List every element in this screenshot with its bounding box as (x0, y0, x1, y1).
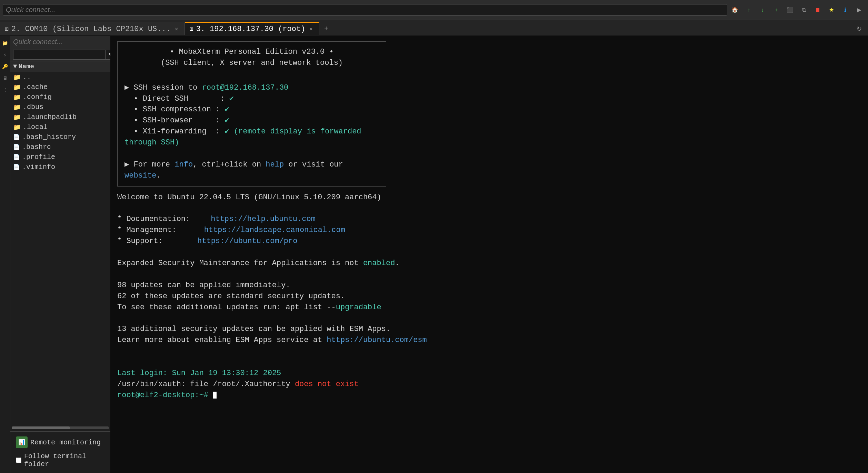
list-item[interactable]: 📁 .dbus (10, 102, 110, 112)
sidebar-quick-connect[interactable] (13, 38, 108, 46)
mgmt-url[interactable]: https://landscape.canonical.com (204, 226, 345, 234)
sidebar-header (10, 36, 110, 48)
esm-url[interactable]: https://ubuntu.com/esm (327, 336, 427, 344)
esm-apps-line1: 13 additional security updates can be ap… (117, 324, 861, 335)
last-login-line: Last login: Sun Jan 19 13:30:12 2025 (117, 368, 861, 379)
support-line: * Support:https://ubuntu.com/pro (117, 236, 861, 247)
tab-com10-icon: ⊞ (5, 25, 9, 33)
updates-line2: 62 of these updates are standard securit… (117, 291, 861, 302)
list-item[interactable]: 📁 .local (10, 122, 110, 132)
left-icon-macros[interactable]: ⚡ (1, 50, 10, 59)
folder-icon: 📁 (13, 83, 21, 91)
remote-monitoring-label: Remote monitoring (30, 439, 101, 446)
welcome-title-text: • MobaXterm Personal Edition v23.0 • (170, 48, 333, 56)
list-item[interactable]: 📄 .profile (10, 152, 110, 162)
remote-monitoring-icon: 📊 (16, 436, 28, 448)
folder-icon: 📁 (13, 113, 21, 121)
toolbar-btn-stop[interactable]: ⏹ (811, 4, 824, 16)
ssh-browser: • SSH-browser : ✔ (124, 115, 379, 126)
ssh-x11: • X11-forwarding : ✔ (remote display is … (124, 126, 379, 148)
left-icon-sftp[interactable]: 📁 (1, 39, 10, 48)
ssh-direct: • Direct SSH : ✔ (124, 93, 379, 104)
more-info-line: ▶ For more info, ctrl+click on help or v… (124, 159, 379, 181)
toolbar-btn-terminal[interactable]: ⬛ (784, 4, 796, 16)
terminal[interactable]: • MobaXterm Personal Edition v23.0 • (SS… (110, 36, 868, 473)
ubuntu-welcome: Welcome to Ubuntu 22.04.5 LTS (GNU/Linux… (117, 192, 861, 203)
updates-line1: 98 updates can be applied immediately. (117, 280, 861, 291)
list-item[interactable]: 📄 .bash_history (10, 132, 110, 142)
tab-add-button[interactable]: + (319, 22, 333, 35)
main-content: 📁 ⚡ 🔑 🖥 ⋮ /root/ ▼ ▼ Name 📁 (0, 36, 868, 473)
toolbar-btn-download[interactable]: ↓ (756, 4, 769, 16)
path-input[interactable]: /root/ (13, 50, 105, 60)
follow-terminal-checkbox[interactable] (16, 457, 21, 463)
file-name: .bashrc (22, 143, 51, 151)
mgmt-line: * Management:https://landscape.canonical… (117, 225, 861, 236)
tab-com10-label: 2. COM10 (Silicon Labs CP210x US... (11, 25, 171, 33)
file-name: .viminfo (22, 163, 55, 171)
tab-com10[interactable]: ⊞ 2. COM10 (Silicon Labs CP210x US... ✕ (0, 22, 185, 35)
welcome-subtitle: (SSH client, X server and network tools) (124, 58, 379, 69)
file-name: .launchpadlib (23, 113, 77, 121)
xauth-line: /usr/bin/xauth: file /root/.Xauthority d… (117, 379, 861, 390)
help-link[interactable]: help (266, 160, 284, 169)
ssh-prefix: ▶ SSH session to (124, 83, 202, 92)
toolbar-btn-upload[interactable]: ↑ (742, 4, 755, 16)
doc-url[interactable]: https://help.ubuntu.com (211, 215, 316, 223)
file-icon: 📄 (13, 134, 20, 141)
quick-connect-input[interactable] (3, 4, 727, 16)
info-link[interactable]: info (174, 160, 193, 169)
doc-line: * Documentation:https://help.ubuntu.com (117, 214, 861, 225)
toolbar-btn-home[interactable]: 🏠 (729, 4, 741, 16)
file-icon: 📄 (13, 164, 20, 171)
toolbar-btn-info[interactable]: ℹ (839, 4, 851, 16)
tabbar: ⊞ 2. COM10 (Silicon Labs CP210x US... ✕ … (0, 20, 868, 36)
list-item[interactable]: 📄 .viminfo (10, 162, 110, 172)
support-url[interactable]: https://ubuntu.com/pro (197, 237, 297, 245)
list-item[interactable]: 📁 .launchpadlib (10, 112, 110, 122)
folder-icon: 📁 (13, 93, 21, 101)
left-icon-ssh[interactable]: 🔑 (1, 62, 10, 71)
file-icon: 📄 (13, 144, 20, 151)
file-name: .profile (22, 153, 55, 161)
tab-ssh[interactable]: ⊞ 3. 192.168.137.30 (root) ✕ (185, 22, 319, 35)
file-list-header: ▼ Name (10, 61, 110, 72)
toolbar-btn-new-session[interactable]: + (770, 4, 782, 16)
sidebar-bottom: 📊 Remote monitoring Follow terminal fold… (10, 431, 110, 473)
list-item[interactable]: 📁 .config (10, 92, 110, 102)
folder-icon: 📁 (13, 123, 21, 131)
follow-terminal-label: Follow terminal folder (24, 452, 105, 468)
follow-terminal-row: Follow terminal folder (13, 450, 108, 470)
file-name: .config (23, 93, 52, 101)
file-name: .bash_history (22, 133, 76, 141)
left-icon-x11[interactable]: 🖥 (1, 74, 10, 83)
welcome-box: • MobaXterm Personal Edition v23.0 • (SS… (117, 41, 386, 187)
left-icon-strip: 📁 ⚡ 🔑 🖥 ⋮ (0, 36, 10, 473)
tab-refresh[interactable]: ↻ (853, 23, 865, 35)
welcome-title: • MobaXterm Personal Edition v23.0 • (124, 47, 379, 58)
list-item[interactable]: 📁 .. (10, 72, 110, 82)
toolbar-btn-duplicate[interactable]: ⧉ (798, 4, 810, 16)
tab-ssh-close[interactable]: ✕ (308, 25, 314, 33)
file-name: .. (23, 73, 31, 81)
welcome-subtitle-text: (SSH client, X server and network tools) (161, 59, 343, 67)
scrollbar-indicator (12, 426, 109, 429)
esm-apps-line2: Learn more about enabling ESM Apps servi… (117, 335, 861, 346)
list-item[interactable]: 📄 .bashrc (10, 142, 110, 152)
updates-line3: To see these additional updates run: apt… (117, 302, 861, 313)
folder-icon: 📁 (13, 73, 21, 81)
left-icon-tunnel[interactable]: ⋮ (1, 85, 10, 94)
ssh-compression: • SSH compression : ✔ (124, 104, 379, 115)
list-item[interactable]: 📁 .cache (10, 82, 110, 92)
website-link[interactable]: website (124, 171, 156, 180)
folder-icon: 📁 (13, 103, 21, 111)
toolbar-btn-right[interactable]: ▶ (853, 4, 865, 16)
prompt-line: root@elf2-desktop:~# (117, 390, 861, 401)
terminal-wrapper: • MobaXterm Personal Edition v23.0 • (SS… (110, 36, 868, 473)
tab-com10-close[interactable]: ✕ (173, 25, 180, 33)
remote-monitoring-btn[interactable]: 📊 Remote monitoring (13, 434, 108, 450)
toolbar: 🏠 ↑ ↓ + ⬛ ⧉ ⏹ ★ ℹ ▶ (0, 0, 868, 20)
tab-ssh-label: 3. 192.168.137.30 (root) (196, 25, 305, 33)
toolbar-btn-settings[interactable]: ★ (825, 4, 838, 16)
path-bar: /root/ ▼ (10, 48, 110, 61)
